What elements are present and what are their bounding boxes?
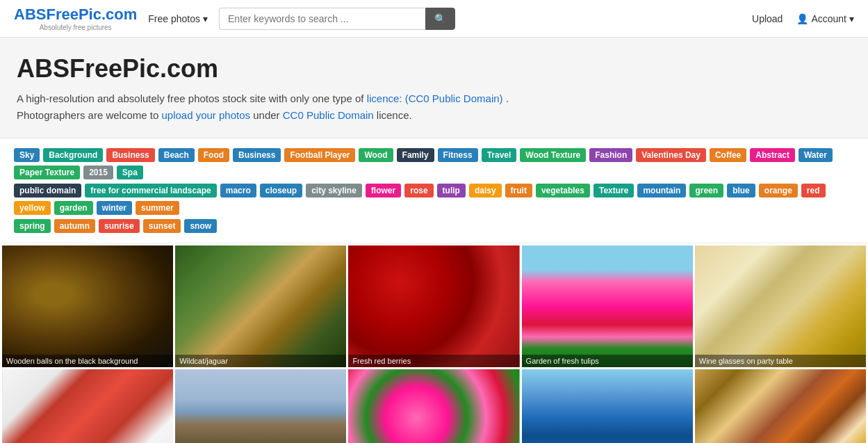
logo-sub: Absolutely free pictures	[40, 24, 112, 31]
tag-sunrise[interactable]: sunrise	[99, 219, 140, 233]
tags-row-3: springautumnsunrisesunsetsnow	[14, 219, 854, 233]
photo-item-7[interactable]: Small pink flowers in the morning	[348, 369, 519, 443]
search-input[interactable]	[219, 8, 425, 30]
hero-section: ABSFreePic.com A high-resolution and abs…	[0, 38, 868, 138]
tag-closeup[interactable]: closeup	[260, 184, 302, 198]
logo-text: ABSFreePic.com	[14, 6, 137, 24]
photo-bg-5	[2, 369, 173, 443]
photo-item-3[interactable]: Garden of fresh tulips	[522, 245, 693, 367]
photo-caption-2: Fresh red berries	[348, 355, 519, 367]
search-area: 🔍	[219, 8, 455, 30]
tag-orange[interactable]: orange	[759, 184, 798, 198]
upload-button[interactable]: Upload	[752, 13, 783, 24]
tag-sky[interactable]: Sky	[14, 148, 40, 162]
free-photos-button[interactable]: Free photos ▾	[148, 13, 208, 24]
tag-business[interactable]: Business	[233, 148, 281, 162]
tag-fruit[interactable]: fruit	[505, 184, 532, 198]
tag-city-skyline[interactable]: city skyline	[306, 184, 362, 198]
logo-area: ABSFreePic.com Absolutely free pictures	[14, 6, 137, 31]
photo-item-9[interactable]: Clothes	[695, 369, 866, 443]
free-photos-dropdown-arrow: ▾	[203, 13, 208, 24]
tag-flower[interactable]: flower	[366, 184, 401, 198]
tag-paper-texture[interactable]: Paper Texture	[14, 166, 80, 179]
tag-daisy[interactable]: daisy	[469, 184, 502, 198]
cc0-link-1[interactable]: (CC0 Public Domain)	[405, 92, 503, 104]
photo-bg-6	[175, 369, 346, 443]
upload-link[interactable]: upload your photos	[161, 109, 250, 121]
tag-texture[interactable]: Texture	[593, 184, 634, 198]
photo-caption-3: Garden of fresh tulips	[522, 355, 693, 367]
tag-abstract[interactable]: Abstract	[750, 148, 795, 162]
photo-bg-0	[2, 245, 173, 367]
tag-travel[interactable]: Travel	[482, 148, 517, 162]
tag-2015[interactable]: 2015	[83, 166, 113, 179]
tag-public-domain[interactable]: public domain	[14, 184, 81, 198]
tag-valentines-day[interactable]: Valentines Day	[636, 148, 706, 162]
photo-bg-8	[522, 369, 693, 443]
photo-caption-0: Wooden balls on the black background	[2, 355, 173, 367]
tags-section: SkyBackgroundBusinessBeachFoodBusinessFo…	[0, 138, 868, 243]
tag-spring[interactable]: spring	[14, 219, 51, 233]
tag-red[interactable]: red	[801, 184, 826, 198]
tags-row-1: SkyBackgroundBusinessBeachFoodBusinessFo…	[14, 148, 854, 179]
search-button[interactable]: 🔍	[425, 8, 455, 30]
tag-food[interactable]: Food	[198, 148, 229, 162]
tag-business[interactable]: Business	[106, 148, 154, 162]
photos-grid: Wooden balls on the black backgroundWild…	[0, 243, 868, 443]
tag-vegetables[interactable]: vegetables	[536, 184, 590, 198]
photo-bg-4	[695, 245, 866, 367]
tag-sunset[interactable]: sunset	[143, 219, 181, 233]
tag-garden[interactable]: garden	[54, 201, 93, 215]
photo-bg-7	[348, 369, 519, 443]
photo-caption-1: Wildcat/jaguar	[175, 355, 346, 367]
tag-yellow[interactable]: yellow	[14, 201, 51, 215]
tag-blue[interactable]: blue	[727, 184, 755, 198]
tag-wood-texture[interactable]: Wood Texture	[520, 148, 586, 162]
header: ABSFreePic.com Absolutely free pictures …	[0, 0, 868, 38]
photo-bg-2	[348, 245, 519, 367]
tag-summer[interactable]: summer	[136, 201, 179, 215]
tag-fitness[interactable]: Fitness	[438, 148, 478, 162]
tag-football-player[interactable]: Football Player	[284, 148, 355, 162]
photo-item-8[interactable]: Waves on the ocean	[522, 369, 693, 443]
account-dropdown-arrow: ▾	[849, 13, 854, 24]
tag-tulip[interactable]: tulip	[437, 184, 466, 198]
photo-bg-9	[695, 369, 866, 443]
tag-mountain[interactable]: mountain	[637, 184, 686, 198]
licence-link[interactable]: licence:	[367, 92, 402, 104]
tag-autumn[interactable]: autumn	[54, 219, 95, 233]
header-right: Upload 👤 Account ▾	[752, 13, 854, 24]
photo-item-0[interactable]: Wooden balls on the black background	[2, 245, 173, 367]
photo-item-1[interactable]: Wildcat/jaguar	[175, 245, 346, 367]
photo-bg-1	[175, 245, 346, 367]
tag-background[interactable]: Background	[43, 148, 103, 162]
hero-description: A high-resolution and absolutely free ph…	[17, 90, 851, 124]
tag-free-for-commercial-landscape[interactable]: free for commercial landscape	[85, 184, 216, 198]
photo-caption-4: Wine glasses on party table	[695, 355, 866, 367]
photo-item-4[interactable]: Wine glasses on party table	[695, 245, 866, 367]
tag-macro[interactable]: macro	[220, 184, 256, 198]
hero-title: ABSFreePic.com	[17, 54, 851, 83]
tag-fashion[interactable]: Fashion	[589, 148, 632, 162]
photo-bg-3	[522, 245, 693, 367]
tag-beach[interactable]: Beach	[158, 148, 195, 162]
tag-family[interactable]: Family	[397, 148, 434, 162]
tag-snow[interactable]: snow	[184, 219, 217, 233]
tags-row-2: public domainfree for commercial landsca…	[14, 184, 854, 215]
user-icon: 👤	[796, 13, 808, 24]
tag-wood[interactable]: Wood	[359, 148, 393, 162]
tag-coffee[interactable]: Coffee	[710, 148, 746, 162]
photo-item-6[interactable]: Old rust ship	[175, 369, 346, 443]
tag-spa[interactable]: Spa	[117, 166, 143, 179]
photo-item-2[interactable]: Fresh red berries	[348, 245, 519, 367]
account-button[interactable]: 👤 Account ▾	[796, 13, 854, 24]
photo-item-5[interactable]: Raw beef isolated on white background	[2, 369, 173, 443]
tag-rose[interactable]: rose	[404, 184, 433, 198]
tag-green[interactable]: green	[689, 184, 723, 198]
tag-winter[interactable]: winter	[97, 201, 132, 215]
tag-water[interactable]: Water	[799, 148, 833, 162]
cc0-link-2[interactable]: CC0 Public Domain	[283, 109, 374, 121]
